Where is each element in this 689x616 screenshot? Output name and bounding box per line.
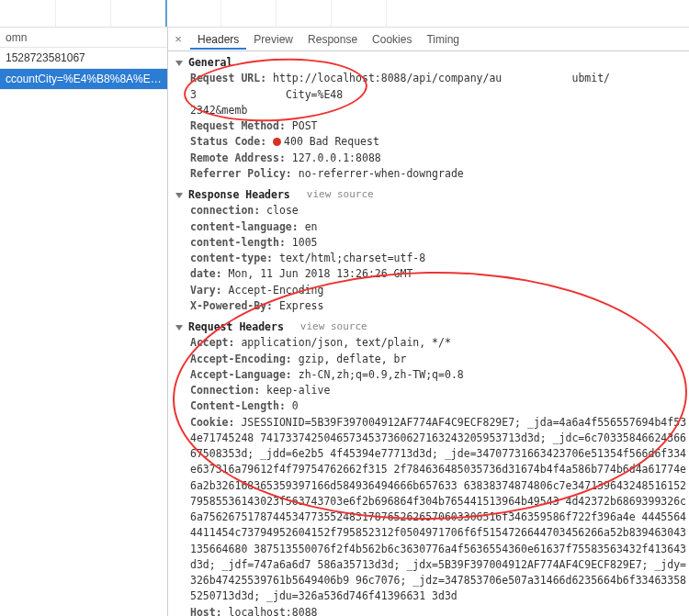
accept-value: application/json, text/plain, */* bbox=[241, 336, 450, 349]
response-header-row: content-length: 1005 bbox=[175, 235, 689, 251]
response-header-value: close bbox=[266, 204, 299, 217]
response-header-value: Express bbox=[279, 299, 323, 312]
request-headers-title: Request Headers bbox=[188, 319, 284, 335]
host-label: Host: bbox=[190, 606, 222, 617]
response-headers-section: Response Headers view source connection:… bbox=[175, 187, 689, 314]
accept-encoding-label: Accept-Encoding: bbox=[190, 353, 292, 365]
response-header-row: content-type: text/html;charset=utf-8 bbox=[175, 251, 689, 266]
accept-encoding-value: gzip, deflate, br bbox=[299, 353, 407, 365]
connection-value: keep-alive bbox=[266, 384, 330, 397]
response-headers-title: Response Headers bbox=[188, 187, 290, 203]
cookie-label: Cookie: bbox=[190, 416, 234, 429]
headers-panel: General Request URL: http://localhost:80… bbox=[168, 51, 689, 616]
response-header-value: 1005 bbox=[292, 236, 318, 249]
response-header-row: X-Powered-By: Express bbox=[175, 298, 689, 314]
request-method-label: Request Method: bbox=[190, 119, 286, 132]
content-length-label: Content-Length: bbox=[190, 399, 286, 412]
response-header-value: text/html;charset=utf-8 bbox=[279, 252, 425, 264]
general-header[interactable]: General bbox=[175, 55, 689, 71]
tab-headers[interactable]: Headers bbox=[190, 29, 246, 50]
referrer-policy-value: no-referrer-when-downgrade bbox=[299, 167, 464, 180]
details-tab-bar: × Headers Preview Response Cookies Timin… bbox=[168, 28, 689, 51]
tab-preview[interactable]: Preview bbox=[246, 29, 300, 50]
response-header-key: X-Powered-By: bbox=[190, 299, 273, 312]
tab-cookies[interactable]: Cookies bbox=[365, 29, 419, 50]
accept-label: Accept: bbox=[190, 336, 234, 349]
response-header-key: connection: bbox=[190, 204, 260, 217]
general-title: General bbox=[188, 55, 232, 71]
request-method-value: POST bbox=[292, 119, 318, 132]
response-header-key: content-length: bbox=[190, 236, 286, 249]
response-header-value: Accept-Encoding bbox=[229, 284, 324, 297]
chevron-down-icon bbox=[175, 325, 183, 330]
tab-response[interactable]: Response bbox=[300, 29, 365, 50]
request-list-pane: omn 1528723581067 ccountCity=%E4%B8%8A%E… bbox=[0, 28, 168, 616]
request-row-selected[interactable]: ccountCity=%E4%B8%8A%E6%B5%... bbox=[0, 69, 167, 90]
details-pane: × Headers Preview Response Cookies Timin… bbox=[168, 28, 689, 616]
status-code-label: Status Code: bbox=[190, 135, 266, 148]
status-code-value: 400 Bad Request bbox=[284, 135, 379, 148]
tab-timing[interactable]: Timing bbox=[419, 29, 467, 50]
status-dot-icon bbox=[273, 138, 281, 146]
response-header-row: Vary: Accept-Encoding bbox=[175, 283, 689, 298]
view-source-link[interactable]: view source bbox=[307, 187, 374, 203]
column-header[interactable]: omn bbox=[0, 28, 167, 48]
chevron-down-icon bbox=[175, 193, 183, 198]
request-url-label: Request URL: bbox=[190, 72, 266, 84]
close-icon[interactable]: × bbox=[172, 32, 185, 46]
remote-address-label: Remote Address: bbox=[190, 151, 286, 164]
connection-label: Connection: bbox=[190, 384, 260, 397]
view-source-link[interactable]: view source bbox=[300, 319, 367, 335]
request-headers-section: Request Headers view source Accept: appl… bbox=[175, 319, 689, 616]
request-headers-header[interactable]: Request Headers view source bbox=[175, 319, 689, 335]
response-header-row: content-language: en bbox=[175, 219, 689, 235]
host-value: localhost:8088 bbox=[229, 606, 318, 617]
chevron-down-icon bbox=[175, 61, 183, 66]
timeline-strip bbox=[0, 0, 689, 28]
response-header-value: en bbox=[305, 220, 318, 233]
response-header-key: Vary: bbox=[190, 284, 222, 297]
request-url-value-2: 2342&memb bbox=[190, 104, 247, 117]
accept-language-value: zh-CN,zh;q=0.9,zh-TW;q=0.8 bbox=[299, 368, 464, 381]
response-header-key: content-language: bbox=[190, 220, 299, 233]
content-length-value: 0 bbox=[292, 399, 299, 412]
response-header-value: Mon, 11 Jun 2018 13:26:26 GMT bbox=[229, 267, 413, 280]
remote-address-value: 127.0.0.1:8088 bbox=[292, 151, 381, 164]
general-section: General Request URL: http://localhost:80… bbox=[175, 55, 689, 182]
response-header-key: date: bbox=[190, 267, 222, 280]
response-header-row: connection: close bbox=[175, 203, 689, 218]
cookie-value: JSESSIONID=5B39F397004912AF774AF4C9ECF82… bbox=[190, 416, 686, 603]
response-headers-header[interactable]: Response Headers view source bbox=[175, 187, 689, 203]
response-header-key: content-type: bbox=[190, 252, 273, 264]
request-row[interactable]: 1528723581067 bbox=[0, 48, 167, 69]
cookie-row: Cookie: JSESSIONID=5B39F397004912AF774AF… bbox=[175, 415, 689, 605]
referrer-policy-label: Referrer Policy: bbox=[190, 167, 292, 180]
response-header-row: date: Mon, 11 Jun 2018 13:26:26 GMT bbox=[175, 266, 689, 282]
timeline-marker[interactable] bbox=[165, 0, 167, 27]
accept-language-label: Accept-Language: bbox=[190, 368, 292, 381]
